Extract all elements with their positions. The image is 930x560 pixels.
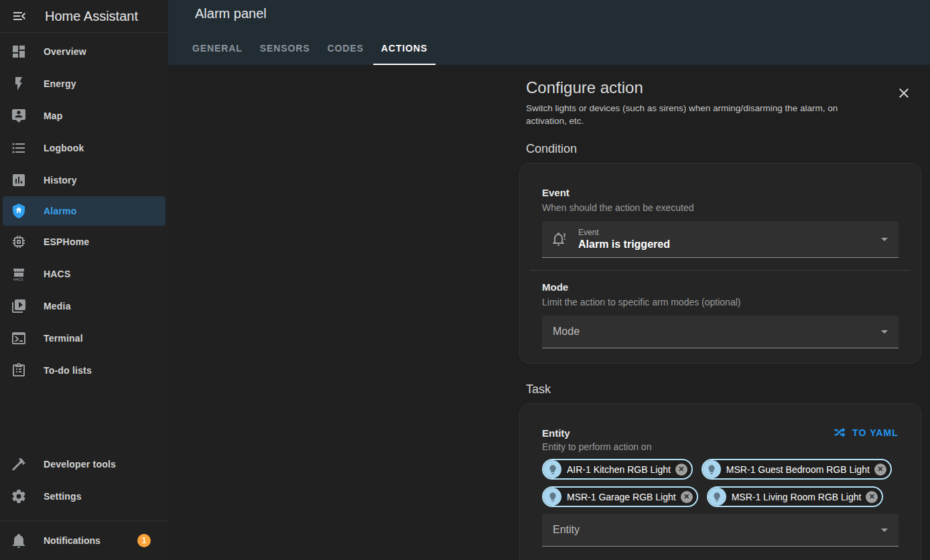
home-assistant-screen: Home Assistant Overview Energy Map Logbo… bbox=[0, 0, 930, 560]
sidebar-item-label: To-do lists bbox=[44, 365, 92, 376]
sidebar-item-media[interactable]: Media bbox=[0, 290, 168, 322]
bell-alert-icon bbox=[551, 231, 568, 247]
entity-chip[interactable]: AIR-1 Kitchen RGB Light ✕ bbox=[542, 459, 693, 480]
app-header: Alarm panel GENERAL SENSORS CODES ACTION… bbox=[168, 0, 930, 65]
media-play-icon bbox=[11, 298, 27, 314]
lightbulb-icon bbox=[543, 488, 561, 506]
entity-chip-label: MSR-1 Living Room RGB Light bbox=[732, 492, 862, 502]
sidebar-item-energy[interactable]: Energy bbox=[0, 68, 168, 100]
sidebar-item-developer-tools[interactable]: Developer tools bbox=[0, 448, 168, 480]
event-select-text: Event Alarm is triggered bbox=[578, 228, 670, 251]
chevron-down-icon bbox=[881, 330, 888, 334]
condition-card: Event When should the action be executed… bbox=[519, 163, 921, 364]
map-person-icon bbox=[11, 108, 27, 124]
sidebar-item-settings[interactable]: Settings bbox=[0, 480, 168, 512]
sidebar-item-label: Logbook bbox=[44, 143, 84, 153]
entity-placeholder: Entity bbox=[553, 524, 580, 536]
entity-chip-label: AIR-1 Kitchen RGB Light bbox=[567, 464, 671, 475]
sidebar-item-label: History bbox=[44, 175, 77, 186]
sidebar-item-logbook[interactable]: Logbook bbox=[0, 132, 168, 164]
sidebar-item-history[interactable]: History bbox=[0, 164, 168, 196]
sidebar-item-map[interactable]: Map bbox=[0, 100, 168, 132]
terminal-icon bbox=[11, 330, 27, 346]
remove-entity-icon[interactable]: ✕ bbox=[866, 491, 878, 503]
sidebar-item-label: Energy bbox=[44, 78, 76, 89]
sidebar-item-overview[interactable]: Overview bbox=[0, 36, 168, 68]
tab-codes[interactable]: CODES bbox=[320, 32, 372, 65]
entity-chip-label: MSR-1 Guest Bedroom RGB Light bbox=[726, 464, 870, 475]
sidebar-item-todo-lists[interactable]: To-do lists bbox=[0, 354, 168, 387]
shuffle-icon bbox=[834, 426, 846, 439]
task-card: Entity TO YAML Entity to perform action … bbox=[519, 403, 921, 560]
mode-select[interactable]: Mode bbox=[542, 316, 899, 348]
event-description: When should the action be executed bbox=[542, 202, 899, 213]
entity-chip-label: MSR-1 Garage RGB Light bbox=[567, 492, 676, 502]
entity-label: Entity bbox=[542, 427, 570, 439]
storefront-icon: HACS bbox=[11, 266, 27, 282]
sidebar-item-alarmo[interactable]: Alarmo bbox=[3, 196, 165, 226]
remove-entity-icon[interactable]: ✕ bbox=[681, 491, 693, 503]
shield-home-icon bbox=[11, 203, 27, 219]
remove-entity-icon[interactable]: ✕ bbox=[675, 464, 687, 476]
configure-action-dialog: Configure action Switch lights or device… bbox=[519, 65, 921, 560]
tab-actions[interactable]: ACTIONS bbox=[373, 32, 436, 65]
lightbulb-icon bbox=[708, 488, 726, 506]
event-field-label: Event bbox=[578, 228, 670, 237]
lightbulb-icon bbox=[543, 460, 561, 478]
app-name: Home Assistant bbox=[45, 9, 138, 24]
mode-label: Mode bbox=[542, 281, 899, 293]
sidebar-item-label: Overview bbox=[44, 46, 86, 57]
remove-entity-icon[interactable]: ✕ bbox=[874, 464, 886, 476]
page-title: Alarm panel bbox=[195, 6, 267, 21]
bar-chart-icon bbox=[11, 172, 27, 188]
dialog-subtitle: Switch lights or devices (such as sirens… bbox=[526, 102, 861, 127]
tab-general[interactable]: GENERAL bbox=[184, 32, 251, 65]
entity-label-row: Entity TO YAML bbox=[542, 427, 899, 439]
to-yaml-button[interactable]: TO YAML bbox=[834, 426, 899, 439]
condition-section-title: Condition bbox=[526, 142, 921, 156]
sidebar-list: Overview Energy Map Logbook History bbox=[0, 33, 168, 387]
tab-sensors[interactable]: SENSORS bbox=[252, 32, 318, 65]
todo-clipboard-icon bbox=[11, 362, 27, 378]
card-divider bbox=[530, 270, 911, 271]
sidebar-bottom: Developer tools Settings Notifications 1 bbox=[0, 448, 168, 560]
sidebar-header: Home Assistant bbox=[0, 0, 168, 33]
mode-description: Limit the action to specific arm modes (… bbox=[542, 297, 899, 307]
sidebar-item-label: Map bbox=[44, 111, 63, 121]
chevron-down-icon bbox=[881, 529, 888, 532]
gear-icon bbox=[11, 488, 27, 504]
event-select[interactable]: Event Alarm is triggered bbox=[542, 221, 899, 258]
tab-bar: GENERAL SENSORS CODES ACTIONS bbox=[184, 32, 437, 65]
mode-placeholder: Mode bbox=[553, 326, 580, 338]
dialog-title: Configure action bbox=[526, 78, 921, 97]
svg-text:HACS: HACS bbox=[13, 277, 23, 281]
entity-select[interactable]: Entity bbox=[542, 514, 899, 547]
sidebar-item-label: Alarmo bbox=[44, 206, 76, 216]
entity-chip-list: AIR-1 Kitchen RGB Light ✕ MSR-1 Guest Be… bbox=[542, 459, 899, 507]
sidebar-item-terminal[interactable]: Terminal bbox=[0, 322, 168, 354]
notification-count-badge: 1 bbox=[137, 534, 151, 547]
entity-chip[interactable]: MSR-1 Living Room RGB Light ✕ bbox=[707, 486, 884, 507]
sidebar-item-hacs[interactable]: HACS HACS bbox=[0, 258, 168, 290]
lightbulb-icon bbox=[703, 460, 721, 478]
sidebar-item-label: HACS bbox=[44, 269, 70, 279]
hammer-icon bbox=[11, 456, 27, 472]
view-dashboard-icon bbox=[11, 44, 27, 60]
to-yaml-label: TO YAML bbox=[852, 427, 899, 438]
sidebar-item-label: Settings bbox=[44, 491, 82, 502]
chevron-down-icon bbox=[881, 238, 888, 241]
task-section-title: Task bbox=[526, 382, 921, 397]
sidebar-item-notifications[interactable]: Notifications 1 bbox=[0, 521, 168, 560]
sidebar-item-label: Notifications bbox=[44, 535, 101, 546]
event-selected-value: Alarm is triggered bbox=[578, 238, 670, 251]
content-area: Configure action Switch lights or device… bbox=[168, 65, 930, 560]
lightning-bolt-icon bbox=[11, 76, 27, 92]
sidebar-item-esphome[interactable]: ESPHome bbox=[0, 226, 168, 258]
sidebar: Home Assistant Overview Energy Map Logbo… bbox=[0, 0, 168, 560]
entity-chip[interactable]: MSR-1 Garage RGB Light ✕ bbox=[542, 486, 698, 507]
list-icon bbox=[11, 140, 27, 156]
entity-chip[interactable]: MSR-1 Guest Bedroom RGB Light ✕ bbox=[702, 459, 892, 480]
close-icon[interactable] bbox=[896, 85, 912, 101]
chip-icon bbox=[11, 234, 27, 250]
menu-open-icon[interactable] bbox=[11, 8, 27, 24]
